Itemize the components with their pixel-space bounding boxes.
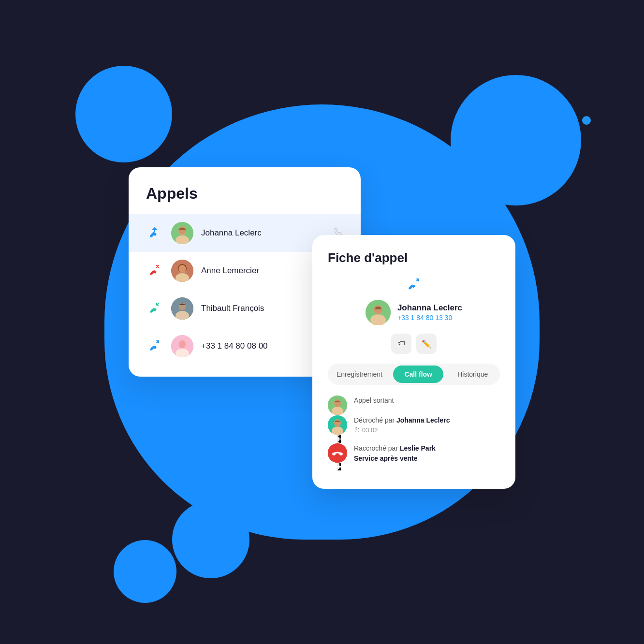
appels-title: Appels — [129, 185, 361, 214]
svg-point-25 — [334, 419, 341, 427]
flow-item-2: Décroché par Johanna Leclerc ⏱ 03:02 — [328, 415, 500, 443]
incoming-call-icon — [148, 300, 161, 317]
svg-point-28 — [339, 453, 342, 455]
flow-avatar-3 — [328, 443, 347, 463]
avatar-unknown — [171, 335, 193, 357]
fiche-contact-phone: +33 1 84 80 13 30 — [397, 314, 462, 322]
tag-icon: 🏷 — [397, 339, 405, 348]
flow-content-3: Raccroché par Leslie Park Service après … — [354, 443, 500, 473]
tab-historique[interactable]: Historique — [447, 366, 498, 383]
flow-duration: 03:02 — [362, 426, 378, 434]
call-icon-wrap-anne — [146, 262, 163, 279]
fiche-contact-name: Johanna Leclerc — [397, 303, 462, 313]
tab-enregistrement[interactable]: Enregistrement — [330, 366, 389, 383]
fiche-tabs: Enregistrement Call flow Historique — [328, 364, 500, 385]
call-flow: Appel sortant D — [328, 395, 500, 473]
svg-point-4 — [178, 226, 186, 234]
flow-text-2: Décroché par Johanna Leclerc — [354, 415, 500, 425]
fiche-card: Fiche d'appel — [312, 235, 515, 489]
flow-time-2: ⏱ 03:02 — [354, 426, 500, 434]
flow-content-2: Décroché par Johanna Leclerc ⏱ 03:02 — [354, 415, 500, 443]
outgoing-call-icon-2 — [148, 338, 161, 355]
tag-button[interactable]: 🏷 — [391, 334, 411, 354]
call-name-johanna: Johanna Leclerc — [201, 228, 325, 238]
svg-point-9 — [179, 265, 186, 273]
flow-avatar-2 — [328, 415, 347, 435]
cards-wrapper: Appels — [129, 153, 515, 491]
flow-content-1: Appel sortant — [354, 395, 500, 415]
flow-text-3: Raccroché par Leslie Park Service après … — [354, 443, 500, 464]
outgoing-call-icon — [148, 225, 161, 242]
call-icon-wrap — [146, 224, 163, 242]
avatar-thibault — [171, 297, 193, 320]
scene: Appels — [0, 0, 644, 644]
missed-call-icon — [148, 263, 161, 279]
svg-point-22 — [334, 399, 341, 407]
avatar-johanna — [171, 222, 193, 244]
call-icon-wrap-thibault — [146, 300, 163, 317]
fiche-contact-section: Johanna Leclerc +33 1 84 80 13 30 — [328, 275, 500, 325]
flow-item-1: Appel sortant — [328, 395, 500, 415]
fiche-title: Fiche d'appel — [328, 250, 500, 265]
fiche-actions: 🏷 ✏️ — [328, 334, 500, 354]
edit-icon: ✏️ — [422, 339, 431, 349]
johanna-name: Johanna Leclerc — [396, 416, 450, 424]
fiche-contact-row: Johanna Leclerc +33 1 84 80 13 30 — [366, 300, 462, 325]
flow-avatar-1 — [328, 395, 347, 415]
blob-dot — [582, 116, 591, 125]
blob-bottom-left — [114, 540, 176, 603]
fiche-contact-info: Johanna Leclerc +33 1 84 80 13 30 — [397, 303, 462, 322]
edit-button[interactable]: ✏️ — [416, 334, 437, 354]
fiche-avatar — [366, 300, 391, 325]
flow-text-1: Appel sortant — [354, 395, 500, 406]
fiche-call-type-icon — [406, 275, 422, 294]
avatar-anne — [171, 260, 193, 282]
timer-icon: ⏱ — [354, 426, 360, 434]
call-icon-wrap-unknown — [146, 337, 163, 355]
tab-call-flow[interactable]: Call flow — [393, 366, 444, 383]
flow-item-3: Raccroché par Leslie Park Service après … — [328, 443, 500, 473]
svg-point-27 — [333, 453, 336, 455]
leslie-name: Leslie Park — [400, 444, 436, 452]
service-name: Service après vente — [354, 454, 418, 462]
svg-point-15 — [179, 340, 186, 348]
